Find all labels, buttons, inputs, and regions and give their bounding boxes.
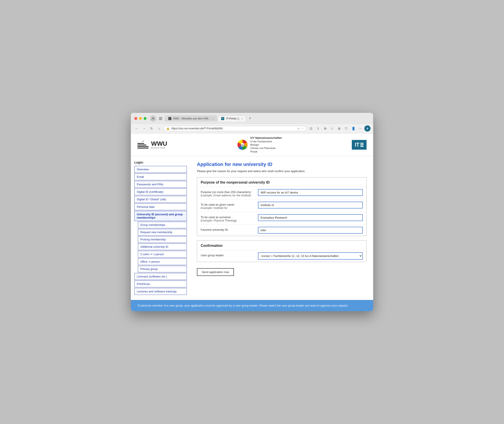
content-area: Application for new university ID Please… [190, 156, 373, 300]
site-header: WWU MÜNSTER NWZ [131, 134, 373, 156]
it-logo: IT [352, 140, 367, 150]
sidebar-item-additional-uid[interactable]: Additional university ID [138, 243, 187, 250]
purpose-label: Purpose (no more than 250 characters): E… [201, 189, 253, 197]
nwz-org-text: IVY Naturwissenschaften IV der Fachberei… [250, 136, 282, 153]
it-bar-2 [360, 144, 363, 145]
toolbar: ← → ↻ ⌂ 🔒 𝐀 ☆ ⊡ ℹ ⚙ ☆ ⊞ 🛡 👤 ⋯ b [131, 124, 373, 134]
url-input[interactable] [171, 127, 296, 130]
tab-it-label: IT-Portal ( ) [226, 117, 239, 120]
maximize-button[interactable] [144, 117, 147, 120]
tab-nwz-close[interactable]: ✕ [212, 118, 214, 120]
main-layout: Login: Overview Email Passwords and PINs… [131, 156, 373, 300]
tab-nwz[interactable]: NWZ - Aktuelles aus dem NW... ✕ [165, 115, 217, 121]
svg-rect-3 [159, 119, 162, 120]
sidebar-item-2users-1person[interactable]: 2 users ⇒ 1 person [138, 251, 187, 258]
sidebar-item-print-scan[interactable]: Print/Scan [134, 281, 187, 287]
close-button[interactable] [134, 117, 137, 120]
favored-uid-row: Favored university ID: [197, 224, 366, 236]
more-tools-icon[interactable]: ⋯ [357, 125, 363, 131]
wwu-bar-4 [137, 148, 148, 149]
svg-rect-1 [159, 117, 162, 118]
sidebar-item-email[interactable]: Email [134, 174, 187, 180]
confirmation-section: Confirmation User group leader: ivvnwz =… [197, 240, 367, 262]
given-name-input[interactable] [258, 202, 363, 208]
given-name-label: To be used as given name: Example: Insti… [201, 202, 253, 210]
browser-essentials-icon[interactable]: 🛡 [343, 125, 349, 131]
copilot-button[interactable]: b [364, 125, 370, 131]
bottom-banner: To become member of a user group, your a… [131, 300, 373, 311]
sidebar-item-group-memberships[interactable]: Group memberships [138, 222, 187, 228]
sidebar-toggle-icon[interactable] [158, 116, 163, 121]
wwu-bar-1 [137, 143, 144, 144]
sidebar-item-passwords[interactable]: Passwords and PINs [134, 181, 187, 188]
tab-nwz-label: NWZ - Aktuelles aus dem NW... [173, 117, 210, 120]
forward-button[interactable]: → [141, 125, 147, 131]
purpose-input[interactable] [258, 189, 363, 196]
given-name-row: To be used as given name: Example: Insti… [197, 199, 366, 212]
split-screen-icon[interactable]: ⊡ [308, 125, 314, 131]
new-tab-button[interactable]: + [247, 115, 253, 122]
refresh-button[interactable]: ↻ [148, 125, 155, 131]
security-icon[interactable]: ℹ [315, 125, 321, 131]
nwz-tab-icon [168, 117, 171, 120]
sidebar-item-request-membership[interactable]: Request new membership [138, 229, 187, 236]
nwz-circle-logo: NWZ [237, 139, 248, 150]
wwu-logo: WWU MÜNSTER [137, 141, 167, 149]
sidebar-item-digital-id[interactable]: Digital ID (certificate) [134, 188, 187, 195]
login-label: Login: [134, 161, 187, 164]
browser-window: NWZ - Aktuelles aus dem NW... ✕ IT IT-Po… [131, 113, 373, 311]
tab-it-close[interactable]: ✕ [241, 118, 243, 120]
back-button[interactable]: ← [134, 125, 140, 131]
wwu-bars-icon [137, 141, 148, 149]
bookmark-icon[interactable]: ☆ [301, 127, 304, 130]
page-subtitle: Please give the reason for your request … [197, 169, 367, 173]
sidebar-item-prolong-membership[interactable]: Prolong membership [138, 236, 187, 243]
wwu-bar-2 [137, 144, 146, 145]
surname-row: To be used as surname: Example: Physical… [197, 212, 366, 224]
it-bars-icon [360, 143, 363, 147]
sidebar-item-personal-data[interactable]: Personal data [134, 203, 187, 210]
it-bar-1 [360, 143, 363, 144]
submit-button[interactable]: Send application now [197, 268, 234, 276]
section2-title: Confirmation [197, 241, 366, 250]
extensions-icon[interactable]: ⚙ [322, 125, 328, 131]
group-leader-row: User group leader: ivvnwz = Fachbereiche… [197, 250, 366, 262]
home-button[interactable]: ⌂ [156, 125, 162, 131]
page-content: WWU MÜNSTER NWZ [131, 134, 373, 311]
center-logo: NWZ IVY Naturwissenschaften IV der Fachb… [237, 136, 282, 153]
lock-icon: 🔒 [166, 127, 170, 130]
tab-it-portal[interactable]: IT IT-Portal ( ) ✕ [218, 115, 246, 121]
favored-uid-input[interactable] [258, 227, 363, 234]
collections-icon[interactable]: ⊞ [336, 125, 342, 131]
it-tab-icon: IT [221, 117, 224, 120]
sidebar-item-licenses[interactable]: Licenses (software etc.) [134, 273, 187, 280]
sidebar-item-primary-group[interactable]: Primary group [138, 266, 187, 272]
profile-icon[interactable] [150, 115, 156, 122]
surname-input[interactable] [258, 214, 363, 221]
sidebar-item-lectures[interactable]: Lectures and software trainings [134, 288, 187, 295]
profile-sync-icon[interactable]: 👤 [350, 125, 356, 131]
group-leader-select[interactable]: ivvnwz = Fachbereiche 11, 12, 13 Ivv-4-N… [258, 252, 363, 260]
wwu-text-block: WWU MÜNSTER [151, 141, 167, 149]
sidebar-item-overview[interactable]: Overview [134, 166, 187, 173]
sidebar: Login: Overview Email Passwords and PINs… [131, 156, 190, 300]
traffic-lights [134, 117, 147, 120]
address-bar: 🔒 𝐀 ☆ [163, 126, 307, 131]
it-bar-3 [360, 146, 363, 147]
tabs-row: NWZ - Aktuelles aus dem NW... ✕ IT IT-Po… [158, 115, 370, 122]
sidebar-item-office-person[interactable]: Office ⇒ person [138, 258, 187, 265]
svg-text:NWZ: NWZ [240, 144, 245, 146]
favorites-icon[interactable]: ☆ [329, 125, 335, 131]
sidebar-item-university-id[interactable]: University ID (account) and group member… [134, 211, 187, 221]
toolbar-icons: ⊡ ℹ ⚙ ☆ ⊞ 🛡 👤 ⋯ b [308, 125, 370, 131]
purpose-row: Purpose (no more than 250 characters): E… [197, 187, 366, 199]
group-leader-label: User group leader: [201, 252, 253, 257]
title-bar: NWZ - Aktuelles aus dem NW... ✕ IT IT-Po… [131, 113, 373, 124]
sidebar-item-digital-id-global[interactable]: Digital ID "Global" (old) [134, 196, 187, 203]
section1-title: Purpose of the nonpersonal university ID [197, 177, 366, 187]
minimize-button[interactable] [139, 117, 142, 120]
sidebar-sub-items: Group memberships Request new membership… [134, 222, 187, 272]
read-mode-icon[interactable]: 𝐀 [298, 127, 300, 130]
it-text: IT [355, 142, 359, 148]
page-title: Application for new university ID [197, 162, 367, 167]
